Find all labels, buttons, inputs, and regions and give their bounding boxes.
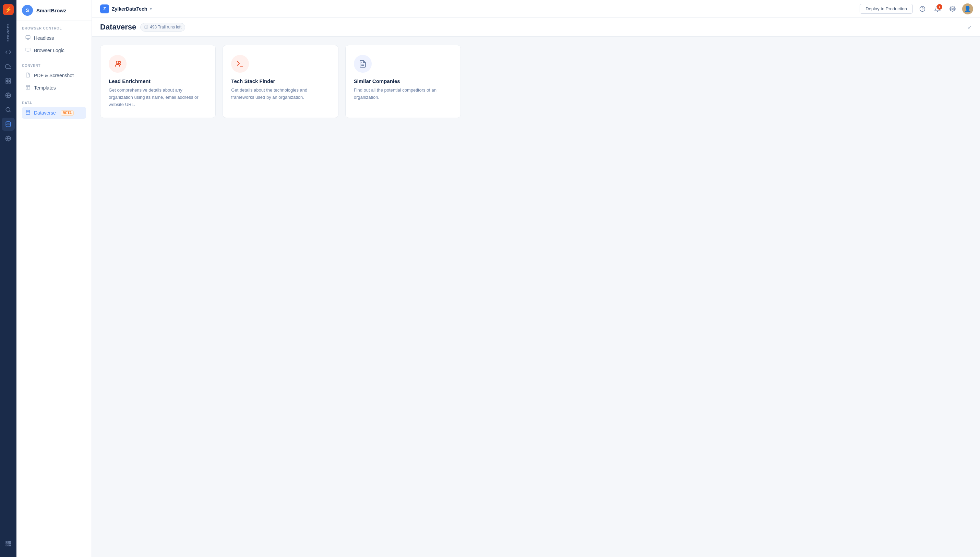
- svg-rect-23: [26, 48, 30, 51]
- lead-enrichment-icon-wrapper: [109, 55, 127, 73]
- svg-point-32: [952, 8, 954, 10]
- svg-point-6: [6, 108, 10, 112]
- dataverse-label: Dataverse: [34, 110, 56, 116]
- lead-enrichment-title: Lead Enrichment: [109, 78, 207, 84]
- browser-control-label: Browser Control: [22, 26, 86, 30]
- code-rail-icon[interactable]: [2, 46, 15, 59]
- svg-point-8: [6, 122, 11, 124]
- svg-point-29: [26, 110, 30, 111]
- svg-rect-16: [10, 543, 11, 544]
- topbar-right: Deploy to Production 1 👤: [860, 3, 973, 15]
- page-title: Dataverse: [100, 23, 136, 31]
- headless-label: Headless: [34, 35, 54, 41]
- pdf-label: PDF & Screenshot: [34, 73, 74, 78]
- svg-rect-26: [26, 85, 30, 89]
- svg-rect-1: [9, 79, 11, 81]
- similar-companies-icon-wrapper: [354, 55, 372, 73]
- sidebar-item-templates[interactable]: Templates: [22, 82, 86, 94]
- svg-rect-20: [26, 36, 30, 39]
- data-rail-icon[interactable]: [2, 118, 15, 131]
- grid-rail-icon[interactable]: [2, 75, 15, 88]
- svg-rect-13: [10, 541, 11, 542]
- svg-rect-18: [8, 545, 9, 546]
- app-logo-icon[interactable]: ⚡: [3, 4, 14, 15]
- settings-button[interactable]: [947, 3, 958, 15]
- trail-runs-text: 498 Trail runs left: [150, 25, 181, 29]
- svg-point-34: [119, 61, 121, 64]
- sidebar: S SmartBrowz Browser Control Headless Br…: [16, 0, 92, 557]
- svg-rect-15: [8, 543, 9, 544]
- notification-badge: 1: [937, 4, 942, 10]
- convert-label: Convert: [22, 64, 86, 68]
- page-header: Dataverse ⓘ 498 Trail runs left ⤢: [92, 18, 980, 37]
- beta-badge: BETA: [61, 111, 74, 116]
- data-section: Data Dataverse BETA: [16, 96, 91, 121]
- icon-rail: ⚡ Services: [0, 0, 16, 557]
- apps-rail-icon[interactable]: [2, 537, 15, 550]
- dataverse-icon: [25, 110, 31, 116]
- tech-stack-finder-title: Tech Stack Finder: [231, 78, 330, 84]
- main-area: Z ZylkerDataTech ▾ Deploy to Production …: [92, 0, 980, 557]
- svg-rect-14: [6, 543, 7, 544]
- sidebar-logo: S: [22, 5, 33, 16]
- similar-companies-title: Similar Companies: [354, 78, 452, 84]
- convert-section: Convert PDF & Screenshot Templates: [16, 58, 91, 96]
- card-tech-stack-finder[interactable]: Tech Stack Finder Get details about the …: [223, 45, 338, 118]
- svg-rect-12: [8, 541, 9, 542]
- svg-rect-0: [6, 79, 8, 81]
- svg-rect-3: [6, 81, 8, 83]
- similar-companies-description: Find out all the potential competitors o…: [354, 87, 452, 101]
- org-logo: Z: [100, 5, 109, 13]
- expand-button[interactable]: ⤢: [968, 24, 972, 30]
- search-rail-icon[interactable]: [2, 103, 15, 116]
- svg-line-7: [9, 111, 10, 112]
- global-rail-icon[interactable]: [2, 132, 15, 145]
- templates-icon: [25, 85, 31, 91]
- services-label: Services: [7, 21, 10, 44]
- sidebar-item-headless[interactable]: Headless: [22, 32, 86, 44]
- deploy-to-production-button[interactable]: Deploy to Production: [860, 4, 913, 14]
- svg-rect-11: [6, 541, 7, 542]
- tech-stack-finder-description: Get details about the technologies and f…: [231, 87, 330, 101]
- lead-enrichment-description: Get comprehensive details about any orga…: [109, 87, 207, 108]
- help-button[interactable]: [917, 3, 928, 15]
- sidebar-header: S SmartBrowz: [16, 0, 91, 21]
- browser-control-section: Browser Control Headless Browser Logic: [16, 21, 91, 58]
- org-dropdown-chevron-icon[interactable]: ▾: [150, 7, 152, 11]
- cloud-rail-icon[interactable]: [2, 60, 15, 73]
- org-name: ZylkerDataTech: [112, 6, 147, 11]
- cards-grid: Lead Enrichment Get comprehensive detail…: [92, 37, 469, 126]
- topbar-left: Z ZylkerDataTech ▾: [100, 5, 152, 13]
- svg-rect-19: [10, 545, 11, 546]
- templates-label: Templates: [34, 85, 56, 91]
- data-label: Data: [22, 101, 86, 105]
- notifications-button[interactable]: 1: [932, 3, 943, 15]
- card-lead-enrichment[interactable]: Lead Enrichment Get comprehensive detail…: [100, 45, 216, 118]
- headless-icon: [25, 35, 31, 41]
- browser-logic-icon: [25, 47, 31, 54]
- topbar: Z ZylkerDataTech ▾ Deploy to Production …: [92, 0, 980, 18]
- browser-logic-label: Browser Logic: [34, 48, 65, 53]
- pdf-icon: [25, 72, 31, 78]
- svg-rect-2: [9, 81, 11, 83]
- sidebar-item-browser-logic[interactable]: Browser Logic: [22, 45, 86, 56]
- svg-rect-17: [6, 545, 7, 546]
- info-icon: ⓘ: [144, 24, 148, 30]
- card-similar-companies[interactable]: Similar Companies Find out all the poten…: [345, 45, 461, 118]
- tech-stack-finder-icon-wrapper: [231, 55, 249, 73]
- sidebar-app-name: SmartBrowz: [36, 8, 67, 13]
- content-area: Dataverse ⓘ 498 Trail runs left ⤢ Lead E…: [92, 18, 980, 557]
- user-avatar[interactable]: 👤: [962, 3, 973, 15]
- sidebar-item-pdf[interactable]: PDF & Screenshot: [22, 70, 86, 81]
- trail-info: ⓘ 498 Trail runs left: [140, 23, 185, 31]
- sidebar-item-dataverse[interactable]: Dataverse BETA: [22, 107, 86, 119]
- network-rail-icon[interactable]: [2, 89, 15, 102]
